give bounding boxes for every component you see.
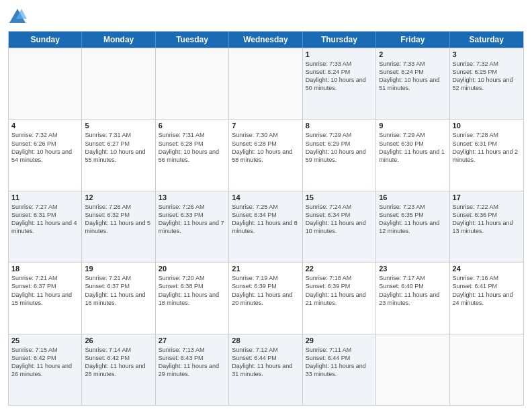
day-number: 15 xyxy=(306,193,373,201)
day-info: Sunrise: 7:33 AM Sunset: 6:24 PM Dayligh… xyxy=(379,60,446,93)
cal-cell-20: 20Sunrise: 7:20 AM Sunset: 6:38 PM Dayli… xyxy=(156,263,229,333)
day-info: Sunrise: 7:16 AM Sunset: 6:41 PM Dayligh… xyxy=(453,274,521,307)
cal-cell-22: 22Sunrise: 7:18 AM Sunset: 6:39 PM Dayli… xyxy=(303,263,376,333)
day-info: Sunrise: 7:32 AM Sunset: 6:25 PM Dayligh… xyxy=(453,60,521,93)
calendar-row-0: 1Sunrise: 7:33 AM Sunset: 6:24 PM Daylig… xyxy=(9,48,523,119)
day-info: Sunrise: 7:26 AM Sunset: 6:32 PM Dayligh… xyxy=(85,203,152,236)
day-number: 17 xyxy=(453,193,521,201)
day-info: Sunrise: 7:33 AM Sunset: 6:24 PM Dayligh… xyxy=(306,60,373,93)
day-number: 24 xyxy=(453,265,521,273)
cal-cell-empty-0-3 xyxy=(229,48,302,119)
day-info: Sunrise: 7:14 AM Sunset: 6:42 PM Dayligh… xyxy=(85,346,152,379)
day-number: 6 xyxy=(159,122,226,130)
cal-cell-21: 21Sunrise: 7:19 AM Sunset: 6:39 PM Dayli… xyxy=(229,263,302,333)
cal-cell-25: 25Sunrise: 7:15 AM Sunset: 6:42 PM Dayli… xyxy=(9,334,82,405)
day-number: 7 xyxy=(232,122,299,130)
day-info: Sunrise: 7:12 AM Sunset: 6:44 PM Dayligh… xyxy=(232,346,299,379)
day-number: 2 xyxy=(379,50,446,58)
day-number: 5 xyxy=(85,122,152,130)
cal-cell-27: 27Sunrise: 7:13 AM Sunset: 6:43 PM Dayli… xyxy=(156,334,229,405)
day-number: 3 xyxy=(453,50,521,58)
header-day-monday: Monday xyxy=(82,32,155,48)
cal-cell-14: 14Sunrise: 7:25 AM Sunset: 6:34 PM Dayli… xyxy=(229,191,302,262)
calendar-row-2: 11Sunrise: 7:27 AM Sunset: 6:31 PM Dayli… xyxy=(9,191,523,262)
cal-cell-24: 24Sunrise: 7:16 AM Sunset: 6:41 PM Dayli… xyxy=(450,263,523,333)
cal-cell-empty-4-5 xyxy=(376,334,449,405)
day-number: 1 xyxy=(306,50,373,58)
cal-cell-12: 12Sunrise: 7:26 AM Sunset: 6:32 PM Dayli… xyxy=(82,191,155,262)
day-info: Sunrise: 7:20 AM Sunset: 6:38 PM Dayligh… xyxy=(159,274,226,307)
day-number: 16 xyxy=(379,193,446,201)
cal-cell-17: 17Sunrise: 7:22 AM Sunset: 6:36 PM Dayli… xyxy=(450,191,523,262)
cal-cell-7: 7Sunrise: 7:30 AM Sunset: 6:28 PM Daylig… xyxy=(229,120,302,190)
cal-cell-15: 15Sunrise: 7:24 AM Sunset: 6:34 PM Dayli… xyxy=(303,191,376,262)
calendar-header-row: SundayMondayTuesdayWednesdayThursdayFrid… xyxy=(9,32,523,48)
calendar-row-4: 25Sunrise: 7:15 AM Sunset: 6:42 PM Dayli… xyxy=(9,334,523,405)
cal-cell-4: 4Sunrise: 7:32 AM Sunset: 6:26 PM Daylig… xyxy=(9,120,82,190)
day-info: Sunrise: 7:31 AM Sunset: 6:28 PM Dayligh… xyxy=(159,131,226,164)
calendar-row-1: 4Sunrise: 7:32 AM Sunset: 6:26 PM Daylig… xyxy=(9,119,523,190)
day-number: 25 xyxy=(11,336,79,345)
cal-cell-26: 26Sunrise: 7:14 AM Sunset: 6:42 PM Dayli… xyxy=(82,334,155,405)
header-day-friday: Friday xyxy=(376,32,449,48)
calendar-row-3: 18Sunrise: 7:21 AM Sunset: 6:37 PM Dayli… xyxy=(9,262,523,333)
cal-cell-1: 1Sunrise: 7:33 AM Sunset: 6:24 PM Daylig… xyxy=(303,48,376,119)
cal-cell-9: 9Sunrise: 7:29 AM Sunset: 6:30 PM Daylig… xyxy=(376,120,449,190)
day-number: 29 xyxy=(306,336,373,345)
day-info: Sunrise: 7:25 AM Sunset: 6:34 PM Dayligh… xyxy=(232,203,299,236)
cal-cell-29: 29Sunrise: 7:11 AM Sunset: 6:44 PM Dayli… xyxy=(303,334,376,405)
header-day-wednesday: Wednesday xyxy=(229,32,302,48)
day-info: Sunrise: 7:29 AM Sunset: 6:30 PM Dayligh… xyxy=(379,131,446,164)
cal-cell-10: 10Sunrise: 7:28 AM Sunset: 6:31 PM Dayli… xyxy=(450,120,523,190)
day-info: Sunrise: 7:22 AM Sunset: 6:36 PM Dayligh… xyxy=(453,203,521,236)
day-number: 26 xyxy=(85,336,152,345)
cal-cell-empty-0-1 xyxy=(82,48,155,119)
day-info: Sunrise: 7:21 AM Sunset: 6:37 PM Dayligh… xyxy=(85,274,152,307)
cal-cell-empty-4-6 xyxy=(450,334,523,405)
day-number: 10 xyxy=(453,122,521,130)
day-info: Sunrise: 7:28 AM Sunset: 6:31 PM Dayligh… xyxy=(453,131,521,164)
header-day-saturday: Saturday xyxy=(450,32,523,48)
day-info: Sunrise: 7:18 AM Sunset: 6:39 PM Dayligh… xyxy=(306,274,373,307)
day-number: 21 xyxy=(232,265,299,273)
day-number: 4 xyxy=(11,122,79,130)
day-number: 18 xyxy=(11,265,79,273)
page: SundayMondayTuesdayWednesdayThursdayFrid… xyxy=(0,0,532,411)
day-number: 28 xyxy=(232,336,299,345)
cal-cell-empty-0-0 xyxy=(9,48,82,119)
day-info: Sunrise: 7:29 AM Sunset: 6:29 PM Dayligh… xyxy=(306,131,373,164)
day-info: Sunrise: 7:21 AM Sunset: 6:37 PM Dayligh… xyxy=(11,274,79,307)
logo-icon xyxy=(8,7,27,26)
cal-cell-2: 2Sunrise: 7:33 AM Sunset: 6:24 PM Daylig… xyxy=(376,48,449,119)
day-info: Sunrise: 7:11 AM Sunset: 6:44 PM Dayligh… xyxy=(306,346,373,379)
day-info: Sunrise: 7:13 AM Sunset: 6:43 PM Dayligh… xyxy=(159,346,226,379)
day-number: 22 xyxy=(306,265,373,273)
cal-cell-16: 16Sunrise: 7:23 AM Sunset: 6:35 PM Dayli… xyxy=(376,191,449,262)
cal-cell-6: 6Sunrise: 7:31 AM Sunset: 6:28 PM Daylig… xyxy=(156,120,229,190)
day-number: 23 xyxy=(379,265,446,273)
cal-cell-11: 11Sunrise: 7:27 AM Sunset: 6:31 PM Dayli… xyxy=(9,191,82,262)
day-number: 19 xyxy=(85,265,152,273)
cal-cell-23: 23Sunrise: 7:17 AM Sunset: 6:40 PM Dayli… xyxy=(376,263,449,333)
day-info: Sunrise: 7:31 AM Sunset: 6:27 PM Dayligh… xyxy=(85,131,152,164)
day-number: 27 xyxy=(159,336,226,345)
cal-cell-8: 8Sunrise: 7:29 AM Sunset: 6:29 PM Daylig… xyxy=(303,120,376,190)
day-info: Sunrise: 7:23 AM Sunset: 6:35 PM Dayligh… xyxy=(379,203,446,236)
day-info: Sunrise: 7:17 AM Sunset: 6:40 PM Dayligh… xyxy=(379,274,446,307)
day-number: 20 xyxy=(159,265,226,273)
calendar: SundayMondayTuesdayWednesdayThursdayFrid… xyxy=(8,31,524,406)
cal-cell-5: 5Sunrise: 7:31 AM Sunset: 6:27 PM Daylig… xyxy=(82,120,155,190)
cal-cell-28: 28Sunrise: 7:12 AM Sunset: 6:44 PM Dayli… xyxy=(229,334,302,405)
day-number: 14 xyxy=(232,193,299,201)
header-day-thursday: Thursday xyxy=(303,32,376,48)
day-number: 12 xyxy=(85,193,152,201)
day-info: Sunrise: 7:24 AM Sunset: 6:34 PM Dayligh… xyxy=(306,203,373,236)
day-info: Sunrise: 7:19 AM Sunset: 6:39 PM Dayligh… xyxy=(232,274,299,307)
cal-cell-empty-0-2 xyxy=(156,48,229,119)
header-day-sunday: Sunday xyxy=(9,32,82,48)
day-number: 11 xyxy=(11,193,79,201)
day-info: Sunrise: 7:32 AM Sunset: 6:26 PM Dayligh… xyxy=(11,131,79,164)
cal-cell-13: 13Sunrise: 7:26 AM Sunset: 6:33 PM Dayli… xyxy=(156,191,229,262)
cal-cell-3: 3Sunrise: 7:32 AM Sunset: 6:25 PM Daylig… xyxy=(450,48,523,119)
logo xyxy=(8,7,30,26)
